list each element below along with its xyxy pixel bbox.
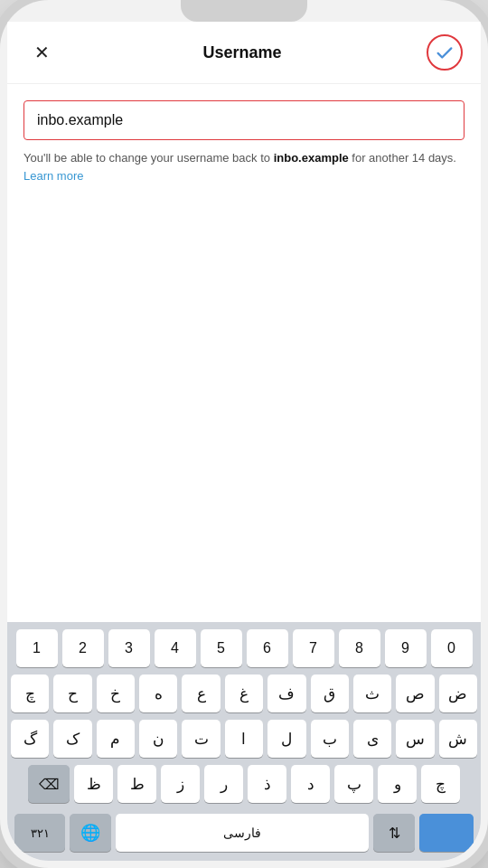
keyboard-row-1: چ ح خ ه ع غ ف ق ث ص ض [11, 675, 477, 712]
key-ی[interactable]: ی [353, 720, 391, 758]
key-ث[interactable]: ث [353, 675, 391, 712]
key-7[interactable]: 7 [293, 629, 334, 667]
key-س[interactable]: س [396, 720, 434, 758]
key-خ[interactable]: خ [97, 675, 135, 712]
learn-more-link[interactable]: Learn more [23, 169, 83, 183]
key-ط[interactable]: ط [117, 765, 156, 803]
keyboard-bottom-row: ۳۲۱ 🌐 فارسی ⇅ [11, 810, 477, 857]
keyboard-row-3: ⌫ ظ ط ز ر ذ د پ و چ [11, 765, 477, 803]
key-2[interactable]: 2 [62, 629, 104, 667]
key-8[interactable]: 8 [339, 629, 380, 667]
key-گ[interactable]: گ [11, 720, 49, 758]
key-ه[interactable]: ه [139, 675, 177, 712]
key-ص[interactable]: ص [396, 675, 434, 712]
screen: ✕ Username You'll be able to change your… [7, 22, 481, 861]
key-چ1[interactable]: چ [11, 675, 49, 712]
key-غ[interactable]: غ [225, 675, 263, 712]
key-4[interactable]: 4 [155, 629, 196, 667]
key-1[interactable]: 1 [16, 629, 58, 667]
key-3[interactable]: 3 [108, 629, 150, 667]
page-title: Username [202, 43, 281, 62]
key-چ2[interactable]: چ [421, 765, 460, 803]
key-ع[interactable]: ع [182, 675, 220, 712]
key-و[interactable]: و [378, 765, 417, 803]
phone-frame: ✕ Username You'll be able to change your… [0, 0, 488, 868]
key-ن[interactable]: ن [139, 720, 177, 758]
space-key[interactable]: فارسی [116, 814, 369, 852]
globe-key[interactable]: 🌐 [70, 814, 111, 852]
key-ر[interactable]: ر [204, 765, 243, 803]
key-ش[interactable]: ش [439, 720, 477, 758]
key-ف[interactable]: ف [267, 675, 305, 712]
key-9[interactable]: 9 [385, 629, 427, 667]
key-ح[interactable]: ح [53, 675, 91, 712]
key-ت[interactable]: ت [182, 720, 220, 758]
confirm-button[interactable] [427, 34, 463, 71]
key-ذ[interactable]: ذ [248, 765, 286, 803]
return-key[interactable] [419, 814, 474, 852]
key-ز[interactable]: ز [161, 765, 200, 803]
checkmark-icon [435, 42, 455, 62]
arrows-key[interactable]: ⇅ [373, 814, 415, 852]
keyboard-row-2: گ ک م ن ت ا ل ب ی س ش [11, 720, 477, 758]
numbers-switch-key[interactable]: ۳۲۱ [14, 814, 65, 852]
key-ظ[interactable]: ظ [74, 765, 113, 803]
info-text: You'll be able to change your username b… [23, 149, 465, 167]
key-6[interactable]: 6 [247, 629, 288, 667]
close-button[interactable]: ✕ [25, 36, 58, 69]
header: ✕ Username [7, 22, 481, 84]
key-ب[interactable]: ب [311, 720, 349, 758]
username-input[interactable] [23, 100, 465, 140]
key-ک[interactable]: ک [53, 720, 91, 758]
keyboard-number-row: 1 2 3 4 5 6 7 8 9 0 [11, 629, 477, 667]
key-ق[interactable]: ق [311, 675, 349, 712]
key-5[interactable]: 5 [201, 629, 242, 667]
key-ل[interactable]: ل [267, 720, 305, 758]
key-پ[interactable]: پ [334, 765, 373, 803]
key-ض[interactable]: ض [439, 675, 477, 712]
content-area: You'll be able to change your username b… [7, 84, 481, 622]
key-ا[interactable]: ا [225, 720, 263, 758]
key-0[interactable]: 0 [431, 629, 473, 667]
delete-key[interactable]: ⌫ [28, 765, 70, 803]
keyboard: 1 2 3 4 5 6 7 8 9 0 چ ح خ ه ع غ ف ق [7, 622, 481, 861]
phone-notch [181, 0, 307, 22]
key-د[interactable]: د [291, 765, 330, 803]
key-م[interactable]: م [97, 720, 135, 758]
